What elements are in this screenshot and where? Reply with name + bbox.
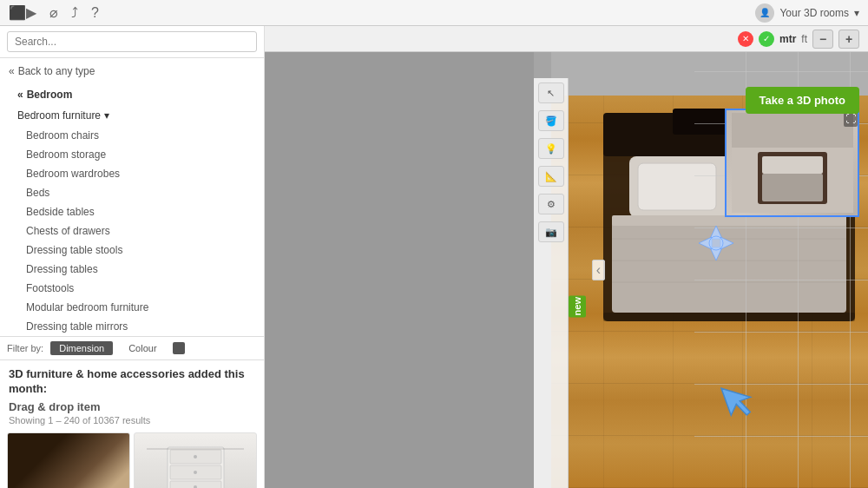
sidebar-item-label-1: Bedroom storage — [26, 148, 106, 161]
svg-rect-44 — [732, 113, 853, 148]
bedroom-furniture-category[interactable]: Bedroom furniture ▾ — [0, 105, 264, 126]
svg-rect-36 — [603, 313, 855, 321]
move-icon — [681, 208, 751, 278]
photo-button-label: Take a 3D photo — [760, 94, 845, 107]
confirm-button[interactable]: ✓ — [759, 31, 774, 47]
sidebar-item-label-7: Dressing tables — [26, 263, 98, 275]
items-title: 3D furniture & home accessories added th… — [9, 367, 255, 397]
dimension-controls: ✕ ✓ mtr ft − + — [738, 30, 859, 49]
sidebar-item-label-3: Beds — [26, 187, 49, 199]
user-menu[interactable]: 👤 Your 3D rooms ▾ — [755, 3, 859, 23]
zoom-in-button[interactable]: + — [838, 30, 859, 49]
lamp-tool[interactable]: 💡 — [538, 138, 564, 159]
rotate-icon[interactable]: ⌀ — [49, 4, 58, 21]
dresser-svg — [163, 443, 228, 488]
bedroom-category[interactable]: « Bedroom — [0, 84, 264, 105]
settings-tool[interactable]: ⚙ — [538, 194, 564, 214]
view-toolbar: ✕ ✓ mtr ft − + — [265, 26, 868, 52]
bedroom-furniture-label: Bedroom furniture — [17, 109, 101, 122]
photo-button[interactable]: Take a 3D photo — [746, 87, 859, 114]
mini-room-svg — [732, 113, 853, 213]
dim-display: mtr — [779, 33, 796, 45]
filter-bar: Filter by: Dimension Colour — [0, 337, 264, 360]
filter-label: Filter by: — [7, 343, 43, 353]
sidebar-item-0[interactable]: Bedroom chairs — [0, 126, 264, 145]
sidebar-item-3[interactable]: Beds — [0, 183, 264, 202]
room-view: ↖ 🪣 💡 📐 ⚙ 📷 — [265, 52, 868, 488]
items-grid — [0, 427, 264, 488]
measure-tool[interactable]: 📐 — [538, 166, 564, 187]
furniture-item-2[interactable] — [134, 432, 257, 488]
sidebar-item-4[interactable]: Bedside tables — [0, 202, 264, 221]
mini-preview-inner — [727, 110, 858, 215]
zoom-out-button[interactable]: − — [812, 30, 833, 49]
sidebar: « Back to any type « Bedroom Bedroom fur… — [0, 26, 265, 488]
svg-rect-29 — [638, 163, 716, 210]
sidebar-item-1[interactable]: Bedroom storage — [0, 145, 264, 164]
paint-tool[interactable]: 🪣 — [538, 110, 564, 131]
back-link[interactable]: « Back to any type — [0, 58, 264, 84]
new-badge: new — [569, 295, 586, 317]
sidebar-item-label-0: Bedroom chairs — [26, 129, 99, 142]
avatar: 👤 — [755, 3, 774, 23]
camera-tool[interactable]: 📷 — [538, 221, 564, 242]
monitor-icon[interactable]: ⬛▶ — [9, 4, 36, 21]
sidebar-item-label-2: Bedroom wardrobes — [26, 168, 120, 180]
sidebar-item-7[interactable]: Dressing tables — [0, 260, 264, 279]
back-arrow-icon: « — [9, 65, 15, 77]
close-button[interactable]: ✕ — [738, 31, 753, 47]
sidebar-item-label-8: Footstools — [26, 282, 74, 294]
filter-colour-tab[interactable]: Colour — [120, 341, 165, 355]
sidebar-item-6[interactable]: Dressing table stools — [0, 241, 264, 260]
dim-unit: ft — [801, 33, 807, 45]
nav-tree: « Back to any type « Bedroom Bedroom fur… — [0, 58, 264, 337]
items-header: 3D furniture & home accessories added th… — [0, 360, 264, 427]
sidebar-item-label-10: Dressing table mirrors — [26, 320, 128, 333]
filter-dimension-tab[interactable]: Dimension — [50, 341, 113, 355]
sidebar-item-label-9: Modular bedroom furniture — [26, 301, 148, 313]
search-input[interactable] — [7, 31, 257, 52]
top-toolbar: ⬛▶ ⌀ ⤴ ? 👤 Your 3D rooms ▾ — [0, 0, 868, 26]
svg-point-4 — [194, 455, 197, 458]
svg-point-42 — [709, 236, 723, 250]
chevron-down-icon: ▾ — [854, 7, 859, 19]
colour-swatch — [173, 342, 185, 354]
move-handles[interactable] — [681, 208, 751, 284]
sidebar-item-label-5: Chests of drawers — [26, 225, 110, 237]
toolbar-icons: ⬛▶ ⌀ ⤴ ? — [9, 4, 99, 21]
svg-marker-48 — [721, 380, 756, 420]
svg-rect-47 — [762, 174, 823, 201]
sidebar-item-9[interactable]: Modular bedroom furniture — [0, 298, 264, 317]
sidebar-item-5[interactable]: Chests of drawers — [0, 221, 264, 241]
user-label: Your 3D rooms — [779, 7, 849, 19]
drag-drop-label: Drag & drop item — [9, 400, 255, 413]
back-arrow-icon-2: « — [17, 89, 23, 101]
svg-point-5 — [194, 471, 197, 474]
dim-unit-display: ft — [801, 33, 807, 45]
cursor-tool[interactable]: ↖ — [538, 82, 564, 103]
dim-value: mtr — [779, 33, 796, 45]
share-icon[interactable]: ⤴ — [71, 5, 78, 21]
sidebar-item-10[interactable]: Dressing table mirrors — [0, 317, 264, 336]
sidebar-item-8[interactable]: Footstools — [0, 279, 264, 298]
chevron-icon: ▾ — [104, 109, 109, 122]
sidebar-item-label-6: Dressing table stools — [26, 244, 122, 256]
help-icon[interactable]: ? — [91, 5, 99, 21]
search-bar — [0, 26, 264, 58]
scroll-arrow[interactable]: ‹ — [592, 260, 605, 280]
toolbar-left: ⬛▶ ⌀ ⤴ ? — [9, 4, 99, 21]
mini-preview[interactable] — [725, 109, 859, 217]
svg-rect-46 — [762, 156, 823, 174]
left-toolbar: ↖ 🪣 💡 📐 ⚙ 📷 — [534, 78, 569, 488]
items-count: Showing 1 – 240 of 10367 results — [9, 415, 255, 425]
sidebar-item-label-4: Bedside tables — [26, 206, 95, 218]
right-panel: ✕ ✓ mtr ft − + ↖ — [265, 26, 868, 488]
furniture-item-1[interactable] — [7, 432, 130, 488]
main-content: « Back to any type « Bedroom Bedroom fur… — [0, 26, 868, 488]
bedroom-label: Bedroom — [27, 89, 73, 101]
sidebar-item-2[interactable]: Bedroom wardrobes — [0, 164, 264, 183]
back-link-label: Back to any type — [18, 65, 95, 77]
